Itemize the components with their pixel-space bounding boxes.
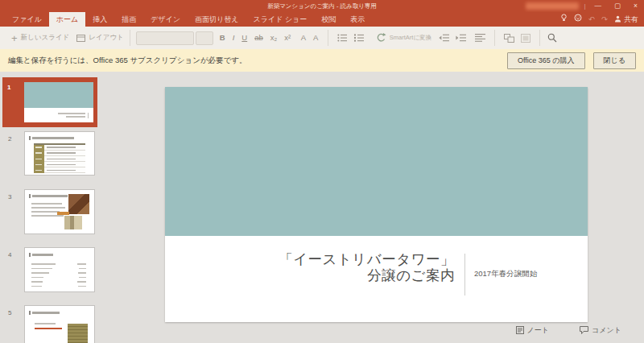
font-size-combobox[interactable] [196,31,213,45]
thumb-title-line [32,137,74,139]
table-row [34,151,85,156]
slide-title: 「イーストリバータワー」 分譲のご案内 [279,252,455,283]
slide-5-thumbnail[interactable] [24,305,95,343]
notification-text: 編集と保存を行うには、Office 365 サブスクリプションが必要です。 [8,56,247,66]
table-cell [44,162,85,167]
arrange-shapes-icon[interactable] [504,34,514,43]
tell-me-lightbulb-icon[interactable] [560,12,568,27]
titlebar-separator: | [584,2,585,10]
ribbon-separator [539,30,540,46]
table-row [34,145,85,151]
feedback-smiley-icon[interactable] [574,12,582,27]
thumb-title-bar [29,253,31,257]
notes-icon [516,326,524,336]
table-row [34,162,85,167]
character-size-button[interactable]: A [313,27,318,49]
table-header-cell [34,151,44,156]
thumb-title-bar [29,136,31,140]
thumb-title-bar [29,194,31,198]
thumb-value-line [79,268,86,270]
comments-label: コメント [592,325,621,336]
italic-button[interactable]: I [233,27,235,49]
titlebar: 新築マンションのご案内 - 読み取り専用 | — ▢ × [0,0,644,12]
slide-3-thumbnail[interactable] [24,189,95,234]
underline-button[interactable]: U [242,27,247,49]
table-header-cell [34,162,44,167]
thumb-title-line [32,312,60,314]
thumb-caption-strip [57,212,69,215]
font-name-combobox[interactable] [136,31,194,45]
layout-button[interactable]: レイアウト [89,33,124,43]
tab-insert[interactable]: 挿入 [85,12,114,27]
tab-file[interactable]: ファイル [5,12,49,27]
thumb-value-line [78,286,86,287]
bullet-list-icon[interactable] [337,34,348,42]
minimize-button[interactable]: — [591,0,606,12]
dismiss-notification-button[interactable]: 閉じる [593,52,636,69]
subscript-button[interactable]: x₂ [270,27,277,49]
slide-teal-block [165,87,588,236]
slide-number: 1 [7,84,10,91]
slide-thumbnail-1-selected[interactable]: 1 [2,77,97,127]
thumb-teal-block [24,82,93,108]
font-color-button[interactable]: A [301,27,306,49]
slide-number: 3 [8,193,11,200]
thumb-table [34,143,85,173]
layout-icon [76,35,85,42]
workspace: 1 2 3 [0,72,644,343]
tab-transitions[interactable]: 画面切り替え [188,12,246,27]
search-icon[interactable] [547,33,557,43]
tab-home[interactable]: ホーム [49,12,85,27]
smartart-convert-icon[interactable] [376,33,386,43]
redo-icon[interactable]: ↷ [601,12,608,27]
comments-toggle[interactable]: コメント [580,325,621,336]
new-slide-button[interactable]: 新しいスライド [21,33,70,43]
share-button[interactable]: 共有 [614,14,638,25]
bold-button[interactable]: B [220,27,225,49]
quick-styles-icon[interactable] [521,34,530,43]
smartart-convert-label: SmartArtに変換 [390,34,431,42]
thumb-text-line [31,215,64,217]
thumb-building-photo [68,324,88,343]
slide-subtitle: 2017年春分譲開始 [474,269,537,279]
restore-button[interactable]: ▢ [610,0,625,12]
undo-icon[interactable]: ↶ [588,12,595,27]
thumb-text-line [31,211,60,213]
notes-toggle[interactable]: ノート [516,325,549,336]
tab-view[interactable]: 表示 [343,12,372,27]
slide-number: 2 [8,135,11,143]
decrease-indent-icon[interactable] [439,34,449,42]
thumb-text-line [31,207,65,209]
table-cell [44,151,85,156]
increase-indent-icon[interactable] [456,34,466,42]
ribbon-separator [494,30,495,46]
thumb-text-line [31,263,56,265]
table-header-cell [34,145,44,151]
strikethrough-button[interactable]: ab [254,27,263,49]
slide-2-thumbnail[interactable] [24,131,95,176]
ribbon-home: + 新しいスライド レイアウト B I U ab x₂ x² A A Smart… [0,27,644,49]
slide-title-divider [464,254,465,295]
table-row [34,156,85,162]
slide-1-thumbnail[interactable] [24,82,93,122]
tab-design[interactable]: デザイン [143,12,188,27]
superscript-button[interactable]: x² [284,27,291,49]
align-text-icon[interactable] [475,34,485,42]
notes-label: ノート [527,325,549,336]
ribbon-separator [328,30,328,46]
thumb-title-line [32,195,68,197]
table-header-cell [34,156,44,162]
slide-canvas[interactable]: 「イーストリバータワー」 分譲のご案内 2017年春分譲開始 [165,87,588,322]
numbered-list-icon[interactable] [354,34,365,42]
table-cell [44,145,85,151]
tab-slideshow[interactable]: スライド ショー [246,12,315,27]
tab-draw[interactable]: 描画 [114,12,143,27]
office-notification-bar: 編集と保存を行うには、Office 365 サブスクリプションが必要です。 Of… [0,49,644,72]
thumb-value-line [78,272,86,274]
tab-review[interactable]: 校閲 [314,12,343,27]
thumb-photo [68,194,89,214]
close-button[interactable]: × [630,0,642,12]
share-label: 共有 [624,14,638,25]
slide-4-thumbnail[interactable] [24,247,95,292]
buy-office365-button[interactable]: Office 365 の購入 [507,52,585,69]
